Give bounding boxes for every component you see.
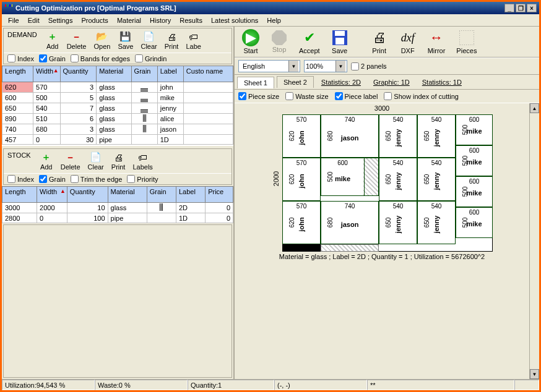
demand-panel: DEMAND ＋Add −Delete 📂Open 💾Save 📄Clear 🖨…: [3, 28, 232, 64]
stock-col-6[interactable]: Price: [206, 187, 233, 203]
maximize-button[interactable]: ❐: [516, 4, 526, 12]
table-row[interactable]: 28000100pipe1D0: [2, 213, 233, 223]
demand-grid[interactable]: LengthWidth▲QuantityMaterialGrainLabelCu…: [2, 66, 233, 146]
page-icon: 📄: [90, 151, 102, 163]
stock-labels-button[interactable]: 🏷Labels: [130, 150, 155, 172]
status-coord: (-, -): [274, 380, 367, 390]
menu-history[interactable]: History: [146, 15, 175, 25]
menu-results[interactable]: Results: [176, 15, 206, 25]
menu-file[interactable]: File: [4, 15, 23, 25]
menu-settings[interactable]: Settings: [45, 15, 77, 25]
piece: 540650jenny: [417, 114, 456, 158]
right-toolbar: ▶Start Stop ✔Accept Save 🖨Print dxfDXF ↔…: [235, 27, 539, 58]
demand-col-2[interactable]: Quantity: [60, 66, 97, 82]
close-button[interactable]: ×: [527, 4, 537, 12]
table-row[interactable]: 8905106glassalice: [2, 114, 233, 124]
tabstrip: Sheet 1 Sheet 2 Statistics: 2D Graphic: …: [235, 75, 539, 90]
demand-clear-button[interactable]: 📄Clear: [138, 30, 159, 51]
stop-button[interactable]: Stop: [267, 29, 292, 54]
piece: 740680jason: [321, 201, 379, 244]
pieces-button[interactable]: Pieces: [452, 28, 480, 56]
stock-col-1[interactable]: Width▲: [37, 187, 67, 203]
print-icon: 🖨: [166, 31, 177, 42]
piece: 570620john: [282, 114, 321, 158]
demand-col-6[interactable]: Custo name: [183, 66, 233, 82]
menubar: File Edit Settings Products Material His…: [2, 14, 539, 27]
demand-save-button[interactable]: 💾Save: [115, 30, 136, 51]
accept-button[interactable]: ✔Accept: [295, 28, 324, 56]
piece: 600500mike: [321, 158, 379, 196]
stock-index-check[interactable]: Index: [7, 175, 34, 183]
tab-graphic-1d[interactable]: Graphic: 1D: [368, 77, 415, 88]
piece-size-check[interactable]: Piece size: [238, 92, 279, 100]
demand-grain-check[interactable]: Grain: [39, 54, 66, 62]
stock-priority-check[interactable]: Priority: [127, 175, 158, 183]
table-row[interactable]: 457030pipe1D: [2, 135, 233, 145]
demand-col-3[interactable]: Material: [97, 66, 131, 82]
tab-stats-2d[interactable]: Statistics: 2D: [316, 77, 366, 88]
table-row[interactable]: 3000200010glass2D0: [2, 203, 233, 213]
demand-index-check[interactable]: Index: [7, 54, 34, 62]
demand-grinding-check[interactable]: Grindin: [135, 54, 167, 62]
demand-col-1[interactable]: Width▲: [33, 66, 61, 82]
stock-col-2[interactable]: Quantity: [67, 187, 108, 203]
table-row[interactable]: 6205703glassjohn: [2, 82, 233, 93]
tab-stats-1d[interactable]: Statistics: 1D: [417, 77, 467, 88]
demand-col-0[interactable]: Length: [2, 66, 33, 82]
tab-sheet-1[interactable]: Sheet 1: [237, 77, 274, 88]
print-button[interactable]: 🖨Print: [367, 28, 392, 56]
stock-clear-button[interactable]: 📄Clear: [85, 150, 106, 172]
stock-col-0[interactable]: Length: [2, 187, 37, 203]
menu-edit[interactable]: Edit: [24, 15, 43, 25]
demand-print-button[interactable]: 🖨Print: [162, 30, 181, 51]
dxf-button[interactable]: dxfDXF: [396, 28, 420, 56]
menu-help[interactable]: Help: [263, 15, 285, 25]
menu-products[interactable]: Products: [77, 15, 111, 25]
scroll-up-icon[interactable]: ▲: [530, 103, 539, 113]
vertical-scrollbar[interactable]: ▲ ▼: [529, 103, 539, 379]
pieces-icon: [458, 29, 475, 46]
demand-add-button[interactable]: ＋Add: [43, 30, 62, 51]
stock-col-4[interactable]: Grain: [147, 187, 176, 203]
stock-col-5[interactable]: Label: [176, 187, 205, 203]
sheet-canvas-scroll[interactable]: 3000 2000 570620john740680jason540650jen…: [235, 103, 529, 379]
demand-bands-check[interactable]: Bands for edges: [71, 54, 130, 62]
stock-grain-check[interactable]: Grain: [39, 175, 66, 183]
stock-add-button[interactable]: ＋Add: [37, 150, 56, 172]
piece: 540650jenny: [417, 201, 456, 244]
show-index-check[interactable]: Show index of cutting: [384, 92, 459, 100]
zoom-combo[interactable]: 100%▼: [304, 60, 347, 72]
start-button[interactable]: ▶Start: [238, 28, 263, 56]
stock-col-3[interactable]: Material: [108, 187, 147, 203]
save-button[interactable]: Save: [327, 28, 352, 56]
stock-grid[interactable]: LengthWidth▲QuantityMaterialGrainLabelPr…: [2, 186, 233, 223]
save-icon: [331, 29, 348, 46]
piece: 570620john: [282, 201, 321, 244]
two-panels-check[interactable]: 2 panels: [351, 62, 387, 70]
table-row[interactable]: 7406803glassjason: [2, 124, 233, 135]
minimize-button[interactable]: _: [504, 4, 514, 12]
piece-label-check[interactable]: Piece label: [335, 92, 378, 100]
statusbar: Utilization:94,543 % Waste:0 % Quantity:…: [2, 379, 539, 390]
menu-latest-solutions[interactable]: Latest solutions: [207, 15, 262, 25]
table-row[interactable]: 6005005glassmike: [2, 93, 233, 103]
language-combo[interactable]: English▼: [238, 60, 300, 72]
status-extra: **: [367, 380, 514, 390]
demand-open-button[interactable]: 📂Open: [91, 30, 113, 51]
mirror-button[interactable]: ↔Mirror: [424, 28, 449, 56]
demand-col-4[interactable]: Grain: [131, 66, 157, 82]
stock-delete-button[interactable]: −Delete: [58, 150, 83, 172]
tab-sheet-2[interactable]: Sheet 2: [277, 76, 314, 88]
demand-delete-button[interactable]: −Delete: [64, 30, 89, 51]
sheet-height-label: 2000: [272, 171, 280, 186]
stock-trim-check[interactable]: Trim the edge: [71, 175, 122, 183]
scroll-down-icon[interactable]: ▼: [530, 369, 539, 379]
piece: 540650jenny: [379, 158, 417, 201]
table-row[interactable]: 6505407glassjenny: [2, 103, 233, 114]
stock-print-button[interactable]: 🖨Print: [109, 150, 128, 172]
menu-material[interactable]: Material: [113, 15, 145, 25]
demand-labels-button[interactable]: 🏷Labe: [183, 30, 203, 51]
demand-col-5[interactable]: Label: [157, 66, 183, 82]
piece: 600500mike: [456, 207, 493, 238]
waste-size-check[interactable]: Waste size: [285, 92, 328, 100]
